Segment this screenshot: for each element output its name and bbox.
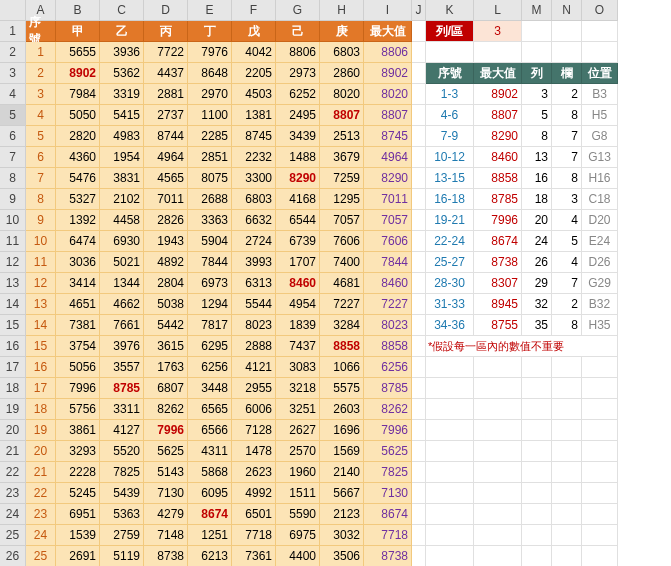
result-pos[interactable]: B3 xyxy=(582,84,618,105)
data-cell[interactable]: 6313 xyxy=(232,273,276,294)
result-seq[interactable]: 28-30 xyxy=(426,273,474,294)
seq-cell[interactable]: 19 xyxy=(26,420,56,441)
row-header[interactable]: 9 xyxy=(0,189,26,210)
result-seq[interactable]: 1-3 xyxy=(426,84,474,105)
result-col[interactable]: 3 xyxy=(552,189,582,210)
blank-cell[interactable] xyxy=(474,357,522,378)
seq-cell[interactable]: 12 xyxy=(26,273,56,294)
data-cell[interactable]: 4042 xyxy=(232,42,276,63)
blank-cell[interactable] xyxy=(474,483,522,504)
result-col[interactable]: 8 xyxy=(552,168,582,189)
data-cell[interactable]: 8807 xyxy=(320,105,364,126)
k1-value[interactable]: 3 xyxy=(474,21,522,42)
seq-cell[interactable]: 23 xyxy=(26,504,56,525)
data-cell[interactable]: 6501 xyxy=(232,504,276,525)
blank-cell[interactable] xyxy=(582,420,618,441)
data-cell[interactable]: 2860 xyxy=(320,63,364,84)
data-cell[interactable]: 7130 xyxy=(144,483,188,504)
data-cell[interactable]: 5590 xyxy=(276,504,320,525)
blank-cell[interactable] xyxy=(426,42,474,63)
result-pos[interactable]: G8 xyxy=(582,126,618,147)
data-cell[interactable]: 6474 xyxy=(56,231,100,252)
col-header[interactable]: J xyxy=(412,0,426,21)
data-cell[interactable]: 5476 xyxy=(56,168,100,189)
data-cell[interactable]: 6739 xyxy=(276,231,320,252)
blank-cell[interactable] xyxy=(522,21,552,42)
result-col[interactable]: 7 xyxy=(552,273,582,294)
data-cell[interactable]: 2102 xyxy=(100,189,144,210)
data-cell[interactable]: 3754 xyxy=(56,336,100,357)
data-cell[interactable]: 8744 xyxy=(144,126,188,147)
data-cell[interactable]: 6095 xyxy=(188,483,232,504)
max-cell[interactable]: 8806 xyxy=(364,42,412,63)
blank-cell[interactable] xyxy=(582,462,618,483)
data-cell[interactable]: 6632 xyxy=(232,210,276,231)
data-cell[interactable]: 5415 xyxy=(100,105,144,126)
result-seq[interactable]: 4-6 xyxy=(426,105,474,126)
data-cell[interactable]: 5119 xyxy=(100,546,144,566)
max-cell[interactable]: 7011 xyxy=(364,189,412,210)
row-header[interactable]: 26 xyxy=(0,546,26,566)
blank-cell[interactable] xyxy=(412,210,426,231)
blank-cell[interactable] xyxy=(426,378,474,399)
blank-cell[interactable] xyxy=(426,483,474,504)
result-row[interactable]: 5 xyxy=(522,105,552,126)
data-cell[interactable]: 4892 xyxy=(144,252,188,273)
result-pos[interactable]: H5 xyxy=(582,105,618,126)
blank-cell[interactable] xyxy=(412,231,426,252)
seq-cell[interactable]: 15 xyxy=(26,336,56,357)
row-header[interactable]: 1 xyxy=(0,21,26,42)
data-cell[interactable]: 8648 xyxy=(188,63,232,84)
data-cell[interactable]: 3831 xyxy=(100,168,144,189)
blank-cell[interactable] xyxy=(412,378,426,399)
data-cell[interactable]: 3251 xyxy=(276,399,320,420)
result-col[interactable]: 4 xyxy=(552,252,582,273)
data-cell[interactable]: 2955 xyxy=(232,378,276,399)
max-cell[interactable]: 7057 xyxy=(364,210,412,231)
data-cell[interactable]: 4437 xyxy=(144,63,188,84)
blank-cell[interactable] xyxy=(412,84,426,105)
data-cell[interactable]: 3036 xyxy=(56,252,100,273)
blank-cell[interactable] xyxy=(582,525,618,546)
data-cell[interactable]: 3083 xyxy=(276,357,320,378)
blank-cell[interactable] xyxy=(412,462,426,483)
blank-cell[interactable] xyxy=(552,420,582,441)
data-cell[interactable]: 1696 xyxy=(320,420,364,441)
blank-cell[interactable] xyxy=(552,483,582,504)
data-cell[interactable]: 5442 xyxy=(144,315,188,336)
data-cell[interactable]: 1294 xyxy=(188,294,232,315)
seq-cell[interactable]: 1 xyxy=(26,42,56,63)
blank-cell[interactable] xyxy=(582,42,618,63)
data-cell[interactable]: 6930 xyxy=(100,231,144,252)
result-seq[interactable]: 7-9 xyxy=(426,126,474,147)
data-cell[interactable]: 5021 xyxy=(100,252,144,273)
data-cell[interactable]: 3861 xyxy=(56,420,100,441)
row-header[interactable]: 13 xyxy=(0,273,26,294)
data-cell[interactable]: 8858 xyxy=(320,336,364,357)
data-cell[interactable]: 8020 xyxy=(320,84,364,105)
data-cell[interactable]: 4127 xyxy=(100,420,144,441)
data-cell[interactable]: 3218 xyxy=(276,378,320,399)
data-cell[interactable]: 6807 xyxy=(144,378,188,399)
col-header[interactable]: E xyxy=(188,0,232,21)
seq-cell[interactable]: 25 xyxy=(26,546,56,566)
data-cell[interactable]: 7976 xyxy=(188,42,232,63)
blank-cell[interactable] xyxy=(412,420,426,441)
seq-cell[interactable]: 9 xyxy=(26,210,56,231)
data-cell[interactable]: 1488 xyxy=(276,147,320,168)
result-max[interactable]: 8902 xyxy=(474,84,522,105)
data-cell[interactable]: 8290 xyxy=(276,168,320,189)
data-cell[interactable]: 5575 xyxy=(320,378,364,399)
data-cell[interactable]: 1344 xyxy=(100,273,144,294)
data-cell[interactable]: 3319 xyxy=(100,84,144,105)
result-row[interactable]: 35 xyxy=(522,315,552,336)
data-cell[interactable]: 5625 xyxy=(144,441,188,462)
result-row[interactable]: 26 xyxy=(522,252,552,273)
data-cell[interactable]: 2140 xyxy=(320,462,364,483)
blank-cell[interactable] xyxy=(582,399,618,420)
data-cell[interactable]: 2623 xyxy=(232,462,276,483)
max-cell[interactable]: 5625 xyxy=(364,441,412,462)
blank-cell[interactable] xyxy=(522,399,552,420)
data-cell[interactable]: 1381 xyxy=(232,105,276,126)
result-max[interactable]: 8858 xyxy=(474,168,522,189)
